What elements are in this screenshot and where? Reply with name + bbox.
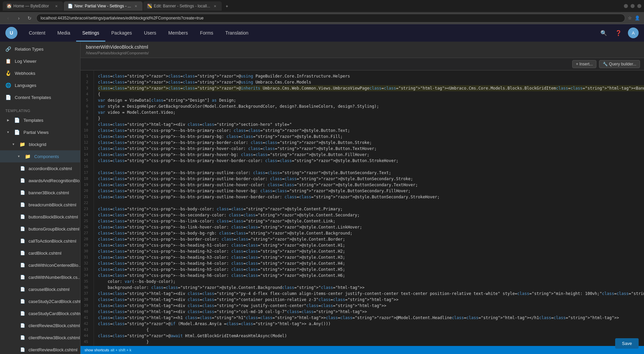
code-line-12: class=class="string">"css-prop">--bs-btn… (98, 140, 644, 146)
close-button[interactable] (637, 4, 641, 8)
editor-toolbar: + Insert... 🔧 Query builder... (80, 58, 644, 70)
sidebar-item-carouselBlock[interactable]: 📄 carouselBlock.cshtml (0, 283, 80, 295)
nav-packages[interactable]: Packages (105, 24, 138, 42)
sidebar-item-caseStudy2[interactable]: 📄 caseStudy2CardBlock.csht... (0, 295, 80, 307)
sidebar-item-breadcrumbBlock[interactable]: 📄 breadcrumbBlock.cshtml (0, 199, 80, 211)
nav-members[interactable]: Members (162, 24, 194, 42)
code-line-22 (98, 200, 644, 206)
sidebar-item-components[interactable]: ▼ 📁 Components (0, 150, 80, 162)
sidebar-section-templating: Templating ▶ 📄 Templates ▼ 📄 Partial Vie… (0, 105, 80, 354)
sidebar-item-buttonsGroupBlock[interactable]: 📄 buttonsGroupBlock.cshtml (0, 223, 80, 235)
sidebar-item-templates[interactable]: ▶ 📄 Templates (0, 114, 80, 126)
code-line-33: class=class="string">"css-prop">--bs-hea… (98, 266, 644, 272)
nav-settings[interactable]: Settings (76, 24, 105, 42)
sidebar-item-cardWithIconCentered[interactable]: 📄 cardWithIconCenteredBlo... (0, 259, 80, 271)
sidebar-item-clientReview2[interactable]: 📄 clientReview2Block.cshtml (0, 319, 80, 332)
code-line-43: { (98, 327, 644, 333)
nav-media[interactable]: Media (51, 24, 76, 42)
code-line-17: class=class="string">"css-prop">--bs-btn… (98, 170, 644, 176)
sidebar-item-callToActionBlock[interactable]: 📄 callToActionBlock.cshtml (0, 235, 80, 247)
relation-types-icon: 🔗 (5, 46, 11, 52)
editor-header: bannerWithVideoBlock.cshtml /Views/Parti… (80, 42, 644, 58)
sidebar-item-clientReview3[interactable]: 📄 clientReview3Block.cshtml (0, 332, 80, 344)
sidebar-item-accordionBlock[interactable]: 📄 accordionBlock.cshtml (0, 162, 80, 174)
query-builder-button[interactable]: 🔧 Query builder... (599, 60, 640, 68)
code-line-32: class=class="string">"css-prop">--bs-hea… (98, 260, 644, 266)
url-bar[interactable]: localhost:44352/umbraco#/settings/partia… (36, 14, 625, 22)
sidebar-item-banner3Block[interactable]: 📄 banner3Block.cshtml (0, 187, 80, 199)
code-line-25: class=class="string">"css-prop">--bs-lin… (98, 218, 644, 224)
code-line-6: var style = DesignHelper.GetBackgroundCo… (98, 103, 644, 109)
save-button[interactable]: Save (615, 338, 639, 349)
code-line-15: class=class="string">"css-prop">--bs-btn… (98, 158, 644, 164)
code-line-8: } (98, 115, 644, 121)
file-icon-buttonsgroup: 📄 (20, 226, 25, 231)
shortcuts-label[interactable]: show shortcuts alt + shift + k (85, 348, 131, 352)
code-line-5: var design = ViewData[class="string">"De… (98, 97, 644, 103)
nav-users[interactable]: Users (138, 24, 162, 42)
sidebar-item-clientReview[interactable]: 📄 clientReviewBlock.cshtml (0, 344, 80, 354)
user-avatar[interactable]: A (628, 28, 639, 38)
file-icon-buttonsblock: 📄 (20, 214, 25, 219)
help-icon[interactable]: ❓ (613, 28, 624, 38)
url-text: localhost:44352/umbraco#/settings/partia… (41, 16, 204, 20)
main-layout: 🔗 Relation Types 📋 Log Viewer 🪝 Webhooks… (0, 42, 644, 354)
file-icon-casestudycard: 📄 (20, 311, 25, 316)
code-content[interactable]: class=class="string">"razor">class=class… (94, 70, 644, 346)
maximize-button[interactable] (631, 4, 635, 8)
sidebar-item-partial-views[interactable]: ▼ 📄 Partial Views (0, 126, 80, 138)
code-line-28: class=class="string">"css-prop">--bs-bor… (98, 236, 644, 242)
tab-title-1: Home — ByteEditor (13, 4, 52, 8)
search-icon[interactable]: 🔍 (598, 28, 609, 38)
reload-button[interactable]: ↻ (25, 14, 34, 22)
browser-tab-1[interactable]: 🏠 Home — ByteEditor ✕ (3, 1, 63, 11)
components-toggle[interactable]: ▼ (16, 154, 21, 159)
tab-bar: 🏠 Home — ByteEditor ✕ 📄 New: Partial Vie… (0, 0, 644, 12)
app-logo: U (5, 27, 17, 39)
partial-views-toggle[interactable]: ▼ (5, 130, 11, 135)
file-icon-cardnumber: 📄 (20, 275, 25, 280)
sidebar-item-awardsBlock[interactable]: 📄 awardsAndRecognitionBlo... (0, 174, 80, 187)
nav-items: Content Media Settings Packages Users Me… (23, 24, 598, 42)
nav-content[interactable]: Content (23, 24, 51, 42)
back-button[interactable]: ‹ (4, 14, 12, 22)
nav-forms[interactable]: Forms (194, 24, 219, 42)
templates-toggle[interactable]: ▶ (5, 117, 11, 123)
code-line-20: class=class="string">"css-prop">--bs-btn… (98, 188, 644, 194)
code-editor[interactable]: 1234567891011121314151617181920212223242… (80, 70, 644, 346)
sidebar-item-buttonsBlockBlock[interactable]: 📄 buttonsBlockBlock.cshtml (0, 211, 80, 223)
file-icon-accordion: 📄 (20, 166, 25, 171)
code-line-29: class=class="string">"css-prop">--bs-hea… (98, 242, 644, 248)
sidebar-item-cardWithNumber[interactable]: 📄 cardWithNumberBlock.cs... (0, 271, 80, 283)
sidebar-item-caseStudyCard[interactable]: 📄 caseStudyCardBlock.cshtml (0, 307, 80, 319)
file-icon-breadcrumb: 📄 (20, 202, 25, 207)
file-icon-card: 📄 (20, 251, 25, 255)
insert-button[interactable]: + Insert... (572, 60, 596, 68)
code-line-11: class=class="string">"css-prop">--bs-btn… (98, 134, 644, 140)
window-controls (624, 4, 641, 8)
tab-close-1[interactable]: ✕ (54, 3, 59, 9)
tab-close-3[interactable]: ✕ (212, 3, 218, 9)
tab-close-2[interactable]: ✕ (133, 3, 139, 9)
new-tab-button[interactable]: + (222, 1, 232, 11)
sidebar-item-blockgrid[interactable]: ▼ 📁 blockgrid (0, 138, 80, 150)
tab-favicon-2: 📄 (68, 4, 72, 8)
sidebar-item-log-viewer[interactable]: 📋 Log Viewer (0, 55, 80, 67)
sidebar-item-relation-types[interactable]: 🔗 Relation Types (0, 43, 80, 55)
sidebar-item-cardBlock[interactable]: 📄 cardBlock.cshtml (0, 247, 80, 259)
sidebar-item-content-templates[interactable]: 📄 Content Templates (0, 91, 80, 103)
minimize-button[interactable] (624, 4, 628, 8)
sidebar-item-languages[interactable]: 🌐 Languages (0, 79, 80, 91)
account-icon[interactable]: 👤 (635, 15, 640, 20)
code-line-1: class=class="string">"razor">class=class… (98, 73, 644, 79)
code-line-45: } (98, 339, 644, 345)
blockgrid-toggle[interactable]: ▼ (11, 142, 16, 147)
forward-button[interactable]: › (15, 14, 23, 22)
browser-tab-2[interactable]: 📄 New: Partial View - Settings - ... ✕ (64, 1, 143, 11)
browser-tab-3[interactable]: ✏️ Edit: Banner - Settings - locall... ✕ (143, 1, 222, 11)
sidebar-item-webhooks[interactable]: 🪝 Webhooks (0, 67, 80, 79)
code-line-14: class=class="string">"css-prop">--bs-btn… (98, 152, 644, 158)
nav-translation[interactable]: Translation (219, 24, 255, 42)
file-path: /Views/Partials/blockgrid/Components/ (86, 51, 639, 55)
bookmark-icon[interactable]: ☆ (628, 15, 632, 20)
